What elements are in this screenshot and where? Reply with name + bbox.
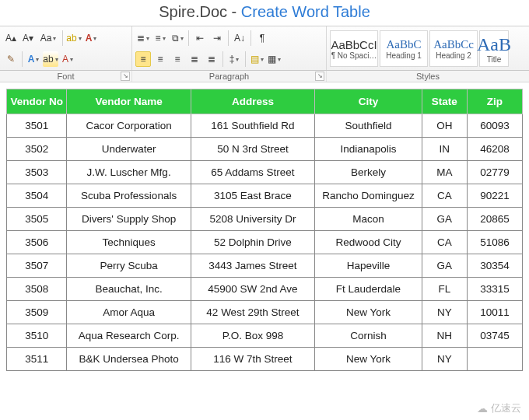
- table-cell: MA: [422, 161, 467, 184]
- col-header-city: City: [315, 89, 422, 114]
- shrink-font-icon[interactable]: A▾: [20, 30, 36, 46]
- table-cell: Ft Lauderdale: [315, 278, 422, 301]
- table-cell: Underwater: [67, 138, 191, 161]
- col-header-state: State: [422, 89, 467, 114]
- table-row: 3501Cacor Corporation161 Southfield RdSo…: [7, 114, 523, 138]
- font-color-2-icon[interactable]: A: [60, 51, 75, 67]
- highlight-color-icon[interactable]: ab: [66, 30, 82, 46]
- style-tile-heading2[interactable]: AaBbCc Heading 2: [429, 30, 478, 67]
- table-cell: 3503: [7, 161, 67, 184]
- table-cell: 3506: [7, 231, 67, 254]
- ribbon-group-paragraph: ≣ ≡ ⧉ ⇤ ⇥ A↓ ¶ ≡ ≡ ≡ ≣ ≣ ‡ ▤ ▦: [132, 26, 327, 70]
- line-spacing-icon[interactable]: ‡: [226, 51, 242, 67]
- numbering-icon[interactable]: ≡: [152, 30, 168, 46]
- text-effects-icon[interactable]: A: [26, 51, 41, 67]
- text-highlight-icon[interactable]: ab: [43, 51, 58, 67]
- bullets-icon[interactable]: ≣: [135, 30, 151, 46]
- table-cell: J.W. Luscher Mfg.: [67, 161, 191, 184]
- style-tile-no-spacing[interactable]: AaBbCcI ¶ No Spaci…: [330, 30, 378, 67]
- table-cell: 5208 University Dr: [191, 208, 314, 231]
- multilevel-list-icon[interactable]: ⧉: [170, 30, 185, 46]
- table-cell: GA: [422, 208, 467, 231]
- table-row: 3502Underwater50 N 3rd StreetIndianapoli…: [7, 138, 523, 161]
- style-name: Heading 2: [436, 51, 471, 60]
- table-cell: B&K Undersea Photo: [67, 348, 191, 371]
- style-sample: AaB: [477, 34, 511, 55]
- table-cell: Rancho Dominguez: [315, 184, 422, 208]
- table-cell: 3443 James Street: [191, 254, 314, 278]
- table-cell: 3508: [7, 278, 67, 301]
- table-cell: Cornish: [315, 324, 422, 348]
- separator: [188, 30, 189, 46]
- styles-gallery[interactable]: AaBbCcI ¶ No Spaci… AaBbC Heading 1 AaBb…: [330, 29, 526, 68]
- table-cell: Macon: [315, 208, 422, 231]
- clear-format-icon[interactable]: ✎: [3, 51, 19, 67]
- col-header-vendor-no: Vendor No: [7, 89, 67, 114]
- table-cell: 116 W 7th Street: [191, 348, 314, 371]
- table-cell: 90221: [467, 184, 522, 208]
- table-cell: Techniques: [67, 231, 191, 254]
- group-label-paragraph: Paragraph ↘: [132, 71, 327, 82]
- table-row: 3508Beauchat, Inc.45900 SW 2nd AveFt Lau…: [7, 278, 523, 301]
- table-cell: Southfield: [315, 114, 422, 138]
- table-cell: [467, 348, 522, 371]
- align-center-icon[interactable]: ≡: [152, 51, 168, 67]
- group-label-text: Font: [57, 72, 74, 81]
- table-cell: 51086: [467, 231, 522, 254]
- table-cell: OH: [422, 114, 467, 138]
- col-header-address: Address: [191, 89, 314, 114]
- sort-icon[interactable]: A↓: [232, 30, 247, 46]
- align-right-icon[interactable]: ≡: [170, 51, 185, 67]
- table-cell: 3501: [7, 114, 67, 138]
- table-cell: NY: [422, 348, 467, 371]
- style-tile-title[interactable]: AaB Title: [479, 30, 509, 67]
- show-marks-icon[interactable]: ¶: [254, 30, 270, 46]
- borders-icon[interactable]: ▦: [266, 51, 282, 67]
- separator: [228, 30, 229, 46]
- table-row: 3510Aqua Research Corp.P.O. Box 998Corni…: [7, 324, 523, 348]
- grow-font-icon[interactable]: A▴: [3, 30, 19, 46]
- table-row: 3505Divers' Supply Shop5208 University D…: [7, 208, 523, 231]
- distributed-icon[interactable]: ≣: [204, 51, 219, 67]
- table-cell: 50 N 3rd Street: [191, 138, 314, 161]
- table-cell: FL: [422, 278, 467, 301]
- dialog-launcher-icon[interactable]: ↘: [121, 72, 130, 81]
- align-left-icon[interactable]: ≡: [135, 51, 151, 67]
- justify-icon[interactable]: ≣: [187, 51, 202, 67]
- style-name: Title: [487, 55, 502, 64]
- dialog-launcher-icon[interactable]: ↘: [315, 72, 324, 81]
- table-cell: Scuba Professionals: [67, 184, 191, 208]
- shading-icon[interactable]: ▤: [249, 51, 264, 67]
- table-row: 3507Perry Scuba3443 James StreetHapevill…: [7, 254, 523, 278]
- table-cell: 52 Dolphin Drive: [191, 231, 314, 254]
- table-cell: 03745: [467, 324, 522, 348]
- table-cell: 161 Southfield Rd: [191, 114, 314, 138]
- decrease-indent-icon[interactable]: ⇤: [192, 30, 208, 46]
- table-cell: Amor Aqua: [67, 301, 191, 324]
- separator: [222, 51, 223, 67]
- table-row: 3509Amor Aqua42 West 29th StreetNew York…: [7, 301, 523, 324]
- increase-indent-icon[interactable]: ⇥: [209, 30, 225, 46]
- group-label-styles: Styles: [327, 71, 529, 82]
- table-cell: Cacor Corporation: [67, 114, 191, 138]
- style-name: Heading 1: [386, 51, 422, 60]
- table-cell: Perry Scuba: [67, 254, 191, 278]
- table-cell: 42 West 29th Street: [191, 301, 314, 324]
- document-area: Vendor No Vendor Name Address City State…: [0, 82, 529, 371]
- style-tile-heading1[interactable]: AaBbC Heading 1: [380, 30, 428, 67]
- col-header-zip: Zip: [467, 89, 522, 114]
- table-cell: 60093: [467, 114, 522, 138]
- table-cell: IN: [422, 138, 467, 161]
- style-sample: AaBbC: [387, 38, 422, 51]
- group-label-text: Styles: [416, 72, 440, 81]
- ribbon: A▴ A▾ Aa ab A ✎ A ab A ≣ ≡ ⧉ ⇤ ⇥ A↓ ¶: [0, 26, 529, 71]
- separator: [250, 30, 251, 46]
- style-sample: AaBbCcI: [331, 38, 377, 51]
- table-cell: 46208: [467, 138, 522, 161]
- style-name: ¶ No Spaci…: [331, 51, 377, 60]
- change-case-icon[interactable]: Aa: [37, 30, 59, 46]
- table-cell: 3510: [7, 324, 67, 348]
- ribbon-group-labels: Font ↘ Paragraph ↘ Styles: [0, 71, 529, 82]
- font-color-icon[interactable]: A: [83, 30, 99, 46]
- table-cell: Indianapolis: [315, 138, 422, 161]
